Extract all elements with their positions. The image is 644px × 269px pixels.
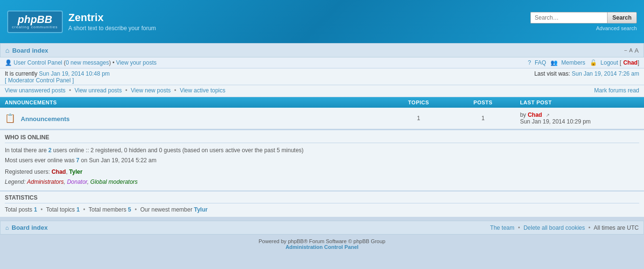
- current-time: It is currently Sun Jan 19, 2014 10:48 p…: [5, 70, 110, 77]
- search-row: Search: [530, 12, 637, 23]
- footer-nav-right: The team • Delete all board cookies • Al…: [490, 224, 639, 231]
- total-desc: users online :: 2 registered, 0 hidden a…: [53, 147, 304, 154]
- forum-posts-count: 1: [451, 108, 515, 129]
- sep6: •: [135, 206, 137, 213]
- members-icon: 👥: [550, 59, 558, 66]
- table-row: 📋 Announcements 1 1 by Chad ↗ Sun Jan 19…: [0, 108, 644, 129]
- statistics-values: Total posts 1 • Total topics 1 • Total m…: [5, 206, 639, 213]
- registered-label: Registered users:: [5, 168, 50, 175]
- search-input[interactable]: [530, 12, 607, 23]
- footer-board-index-link[interactable]: Board index: [12, 224, 47, 231]
- view-new-link[interactable]: View new posts: [131, 87, 171, 94]
- mod-panel-link[interactable]: [ Moderator Control Panel ]: [5, 77, 74, 84]
- sep3: •: [174, 87, 176, 94]
- total-members-label: Total members: [89, 206, 127, 213]
- breadcrumb-bar: ⌂ Board index − A A: [0, 43, 644, 57]
- logout-link[interactable]: Logout: [600, 59, 618, 66]
- total-text: In total there are: [5, 147, 47, 154]
- total-posts-link[interactable]: 1: [34, 206, 37, 213]
- delete-cookies-link[interactable]: Delete all board cookies: [524, 224, 585, 231]
- max-date: on Sun Jan 19, 2014 5:22 am: [81, 157, 156, 164]
- user1-link[interactable]: Chad: [51, 168, 66, 175]
- who-online-section: WHO IS ONLINE In total there are 2 users…: [0, 129, 644, 191]
- members-link[interactable]: Members: [562, 59, 585, 66]
- total-members-link[interactable]: 5: [128, 206, 131, 213]
- user-nav-left: 👤 User Control Panel (0 new messages) • …: [5, 59, 157, 66]
- site-title: Zentrix A short text to describe your fo…: [69, 11, 156, 32]
- total-posts-label: Total posts: [5, 206, 32, 213]
- logout-icon: 🔓: [590, 59, 597, 66]
- total-topics-label: Total topics: [46, 206, 75, 213]
- new-messages-link[interactable]: 0 new messages: [66, 59, 109, 66]
- forum-last-post: by Chad ↗ Sun Jan 19, 2014 10:29 pm: [515, 108, 644, 129]
- user-nav: 👤 User Control Panel (0 new messages) • …: [0, 57, 644, 68]
- user-nav-right: ? FAQ 👥 Members 🔓 Logout [Chad]: [528, 59, 639, 66]
- user2-link[interactable]: Tyler: [69, 168, 82, 175]
- statistics-section: STATISTICS Total posts 1 • Total topics …: [0, 191, 644, 217]
- ucp-icon: 👤: [5, 59, 12, 66]
- view-links-bar: View unanswered posts • View unread post…: [0, 85, 644, 97]
- sep2: •: [125, 87, 127, 94]
- search-button[interactable]: Search: [607, 12, 637, 23]
- last-visit-time: Sun Jan 19, 2014 7:26 am: [572, 70, 639, 77]
- view-unread-link[interactable]: View unread posts: [74, 87, 122, 94]
- view-active-link[interactable]: View active topics: [180, 87, 225, 94]
- legend-admins[interactable]: Administrators: [27, 179, 64, 185]
- view-links-right: Mark forums read: [594, 87, 639, 94]
- phpbb-logo-sub: creating communities: [12, 25, 58, 29]
- col-last-post: LAST POST: [515, 97, 644, 108]
- admin-panel-link[interactable]: Administration Control Panel: [285, 244, 358, 250]
- resize-icon-a-small[interactable]: A: [629, 47, 632, 53]
- max-count: 7: [76, 157, 80, 164]
- the-team-link[interactable]: The team: [490, 224, 515, 231]
- total-count: 2: [48, 147, 52, 154]
- forum-table: ANNOUNCEMENTS TOPICS POSTS LAST POST 📋 A…: [0, 97, 644, 129]
- view-links-left: View unanswered posts • View unread post…: [5, 87, 225, 94]
- legend-donator[interactable]: Donator: [67, 179, 87, 185]
- powered-by-text: Powered by phpBB® Forum Software © phpBB…: [4, 238, 640, 244]
- forum-name-link[interactable]: Announcements: [21, 115, 70, 123]
- site-name: Zentrix: [69, 11, 156, 24]
- last-post-user-link[interactable]: Chad: [527, 112, 542, 118]
- home-icon: ⌂: [5, 46, 9, 54]
- view-posts-link[interactable]: View your posts: [116, 59, 157, 66]
- footer-nav-left: ⌂ Board index: [5, 224, 47, 231]
- sep7: •: [518, 224, 520, 231]
- breadcrumb-title[interactable]: Board index: [12, 47, 48, 54]
- total-topics-link[interactable]: 1: [76, 206, 80, 213]
- site-tagline: A short text to describe your forum: [69, 25, 156, 32]
- logo-area: phpBB creating communities Zentrix A sho…: [7, 11, 156, 33]
- resize-icon-minus[interactable]: −: [624, 47, 627, 53]
- col-forum-name: ANNOUNCEMENTS: [0, 97, 386, 108]
- forum-name-cell: 📋 Announcements: [0, 108, 386, 129]
- info-row: It is currently Sun Jan 19, 2014 10:48 p…: [5, 70, 639, 84]
- advanced-search-link[interactable]: Advanced search: [596, 25, 637, 31]
- phpbb-logo: phpBB creating communities: [7, 11, 63, 33]
- newest-member-label: Our newest member: [140, 206, 192, 213]
- sep1: •: [69, 87, 71, 94]
- sep8: •: [588, 224, 590, 231]
- registered-users-row: Registered users: Chad, Tyler: [5, 168, 639, 176]
- page-footer: Powered by phpBB® Forum Software © phpBB…: [0, 235, 644, 254]
- faq-link[interactable]: FAQ: [535, 59, 546, 66]
- faq-icon: ?: [528, 59, 531, 66]
- view-unanswered-link[interactable]: View unanswered posts: [5, 87, 66, 94]
- view-post-icon[interactable]: ↗: [546, 112, 550, 118]
- legend-mod[interactable]: Global moderators: [90, 179, 138, 185]
- resize-icon-a-large[interactable]: A: [634, 47, 639, 54]
- info-bar: It is currently Sun Jan 19, 2014 10:48 p…: [0, 68, 644, 85]
- sep4: •: [41, 206, 43, 213]
- legend-row: Legend: Administrators, Donator, Global …: [5, 178, 639, 186]
- user-profile-link[interactable]: Chad: [623, 59, 638, 66]
- newest-member-link[interactable]: Tylur: [194, 206, 207, 213]
- who-online-max: Most users ever online was 7 on Sun Jan …: [5, 156, 639, 165]
- who-online-heading: WHO IS ONLINE: [5, 134, 639, 143]
- header: phpBB creating communities Zentrix A sho…: [0, 0, 644, 43]
- ucp-link[interactable]: User Control Panel: [13, 59, 62, 66]
- info-left: It is currently Sun Jan 19, 2014 10:48 p…: [5, 70, 110, 84]
- forum-icon: 📋: [5, 113, 15, 123]
- forum-topics-count: 1: [386, 108, 451, 129]
- col-posts: POSTS: [451, 97, 515, 108]
- mark-read-link[interactable]: Mark forums read: [594, 87, 639, 94]
- phpbb-logo-text: phpBB: [18, 14, 52, 25]
